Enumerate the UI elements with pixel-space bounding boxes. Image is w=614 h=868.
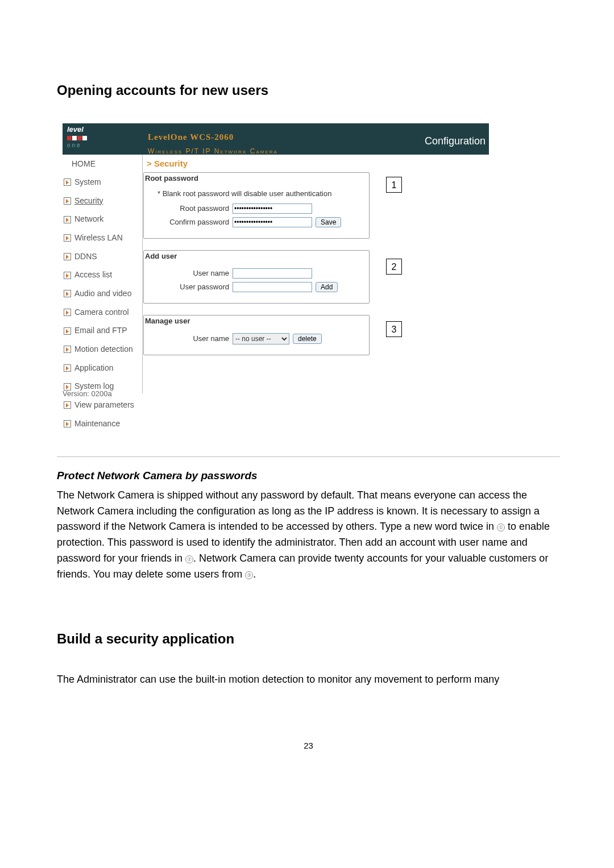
- nav-item-ddns[interactable]: DDNS: [63, 248, 142, 265]
- arrow-icon: [64, 309, 71, 316]
- user-password-input[interactable]: [233, 282, 312, 292]
- arrow-icon: [64, 364, 71, 372]
- arrow-icon: [64, 401, 71, 409]
- nav-item-label: Maintenance: [74, 418, 120, 430]
- nav-item-system[interactable]: System: [63, 174, 142, 191]
- ref-circle-3: ③: [245, 571, 253, 579]
- arrow-icon: [64, 346, 71, 353]
- logo-text: level: [67, 125, 84, 134]
- root-password-input[interactable]: [233, 203, 312, 214]
- confirm-password-label: Confirm password: [150, 217, 229, 228]
- user-select[interactable]: -- no user --: [233, 333, 289, 344]
- nav-item-label: Audio and video: [74, 288, 131, 300]
- nav-item-label: Network: [74, 213, 103, 226]
- divider: [142, 155, 143, 393]
- root-password-panel: Root password * Blank root password will…: [143, 172, 370, 239]
- add-button[interactable]: Add: [316, 282, 338, 292]
- callout-3: 3: [386, 321, 402, 337]
- nav-item-label: Security: [74, 195, 103, 207]
- product-model: LevelOne WCS-2060: [148, 132, 234, 142]
- arrow-icon: [64, 290, 71, 297]
- user-password-label: User password: [150, 281, 229, 293]
- build-paragraph: The Administrator can use the built-in m…: [57, 672, 560, 688]
- panel-legend: Add user: [144, 251, 178, 262]
- nav-item-camera-control[interactable]: Camera control: [63, 304, 142, 321]
- nav-item-maintenance[interactable]: Maintenance: [63, 416, 142, 433]
- nav-item-label: Wireless LAN: [74, 232, 123, 244]
- nav-item-security[interactable]: Security: [63, 193, 142, 210]
- heading-build-security: Build a security application: [57, 628, 560, 649]
- blank-password-note: * Blank root password will disable user …: [157, 188, 363, 200]
- nav-item-wireless-lan[interactable]: Wireless LAN: [63, 230, 142, 247]
- nav-item-application[interactable]: Application: [63, 360, 142, 377]
- protect-paragraph: The Network Camera is shipped without an…: [57, 488, 560, 583]
- config-screenshot: level one LevelOne WCS-2060 Wireless P/T…: [63, 123, 489, 405]
- callout-1: 1: [386, 177, 402, 193]
- user-name-input[interactable]: [233, 268, 312, 279]
- ref-circle-2: ②: [185, 555, 193, 563]
- heading-opening-accounts: Opening accounts for new users: [57, 80, 560, 101]
- nav-item-label: DDNS: [74, 251, 97, 263]
- nav-item-label: View parameters: [74, 399, 134, 412]
- arrow-icon: [64, 253, 71, 260]
- brand-logo: level one: [67, 126, 88, 149]
- protect-subheading: Protect Network Camera by passwords: [57, 467, 560, 484]
- nav-item-label: Email and FTP: [74, 325, 127, 337]
- panel-legend: Manage user: [144, 315, 191, 327]
- arrow-icon: [64, 197, 71, 205]
- delete-button[interactable]: delete: [293, 334, 322, 344]
- panel-legend: Root password: [144, 173, 200, 184]
- version-text: Version: 0200a: [63, 388, 112, 400]
- logo-one: one: [67, 143, 88, 148]
- arrow-icon: [64, 216, 71, 223]
- nav-item-motion-detection[interactable]: Motion detection: [63, 341, 142, 358]
- header-bar: level one LevelOne WCS-2060 Wireless P/T…: [63, 123, 489, 155]
- confirm-password-input[interactable]: [233, 217, 312, 227]
- product-title: LevelOne WCS-2060 Wireless P/T IP Networ…: [148, 129, 278, 156]
- divider: [57, 456, 560, 457]
- nav-item-audio-and-video[interactable]: Audio and video: [63, 285, 142, 302]
- nav-item-label: System: [74, 176, 101, 189]
- arrow-icon: [64, 327, 71, 335]
- nav-item-label: Access list: [74, 269, 112, 281]
- callout-2: 2: [386, 259, 402, 275]
- arrow-icon: [64, 178, 71, 186]
- manage-user-panel: Manage user User name -- no user -- dele…: [143, 315, 370, 355]
- nav-home[interactable]: HOME: [63, 155, 142, 174]
- breadcrumb: > Security: [143, 155, 489, 171]
- nav-item-label: Application: [74, 362, 114, 375]
- root-password-label: Root password: [150, 203, 229, 214]
- user-name-label: User name: [150, 268, 229, 279]
- arrow-icon: [64, 272, 71, 279]
- arrow-icon: [64, 420, 71, 427]
- ref-circle-1: ①: [497, 524, 505, 531]
- arrow-icon: [64, 234, 71, 242]
- save-button[interactable]: Save: [316, 217, 341, 227]
- nav-item-access-list[interactable]: Access list: [63, 267, 142, 284]
- manage-user-name-label: User name: [150, 333, 229, 344]
- configuration-label: Configuration: [425, 134, 486, 149]
- nav-item-label: Motion detection: [74, 343, 133, 356]
- page-number: 23: [57, 739, 560, 752]
- nav-item-network[interactable]: Network: [63, 211, 142, 228]
- add-user-panel: Add user User name User password Add: [143, 250, 370, 304]
- nav-item-label: Camera control: [74, 306, 129, 319]
- nav-item-email-and-ftp[interactable]: Email and FTP: [63, 322, 142, 339]
